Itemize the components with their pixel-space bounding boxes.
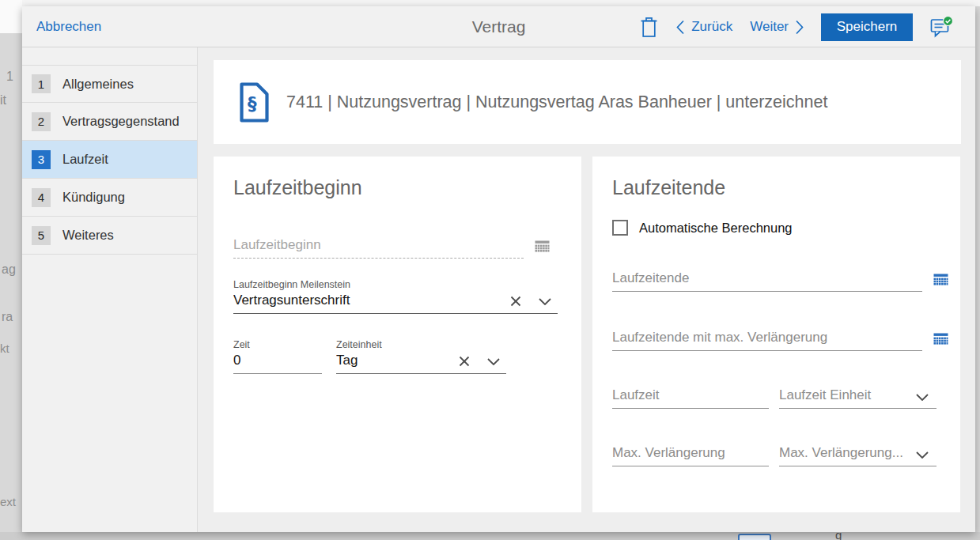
contract-header-card: § 7411 | Nutzungsvertrag | Nutzungsverta… [214, 60, 961, 144]
comments-icon[interactable] [930, 16, 953, 38]
calendar-icon[interactable] [535, 240, 550, 254]
background-page-top [0, 0, 980, 6]
background-text-fragment: ag [2, 262, 16, 277]
sidebar-item-label: Vertragsgegenstand [62, 114, 180, 129]
field-label: Zeit [233, 339, 322, 350]
sidebar-item-allgemeines[interactable]: 1 Allgemeines [22, 65, 197, 103]
svg-text:§: § [248, 93, 257, 114]
background-page-topleft [0, 0, 22, 33]
back-label: Zurück [691, 19, 732, 35]
step-number-badge: 1 [32, 74, 51, 93]
field-laufzeitende-max [612, 330, 948, 351]
save-button[interactable]: Speichern [821, 13, 913, 41]
next-label: Weiter [750, 19, 789, 35]
field-laufzeit-einheit [779, 387, 936, 409]
sidebar-item-label: Kündigung [62, 190, 125, 205]
sidebar-item-label: Laufzeit [62, 152, 108, 167]
auto-calc-row: Automatische Berechnung [612, 220, 936, 236]
zeit-row: Zeit Zeiteinheit [233, 339, 558, 374]
laufzeit-row [612, 387, 936, 409]
background-text-fragment: it [0, 93, 6, 108]
field-max-verlaengerung [612, 445, 769, 466]
max-verlaengerung-input[interactable] [612, 445, 769, 466]
max-verlaengerung-row [612, 445, 936, 466]
step-number-badge: 3 [32, 150, 51, 169]
chevron-left-icon [676, 20, 685, 35]
clear-icon[interactable] [510, 296, 521, 307]
clear-icon[interactable] [459, 356, 470, 367]
calendar-icon[interactable] [933, 333, 948, 346]
dialog-toolbar: Abbrechen Vertrag Zurück Weiter [22, 6, 975, 47]
sidebar-item-weiteres[interactable]: 5 Weiteres [22, 217, 197, 255]
meilenstein-input[interactable] [233, 293, 558, 313]
step-number-badge: 4 [32, 188, 51, 207]
contract-record-title: 7411 | Nutzungsvertrag | Nutzungsvertag … [286, 93, 827, 112]
field-laufzeit [612, 387, 769, 409]
toolbar-actions: Zurück Weiter Speichern [639, 6, 953, 47]
laufzeit-einheit-input[interactable] [779, 387, 936, 408]
sidebar-item-kuendigung[interactable]: 4 Kündigung [22, 179, 197, 217]
laufzeit-input[interactable] [612, 387, 769, 408]
chevron-down-icon[interactable] [916, 451, 929, 459]
step-number-badge: 5 [32, 226, 51, 245]
panel-title: Laufzeitbeginn [233, 176, 558, 199]
background-page-bottom [0, 532, 980, 540]
max-verlaengerung-einheit-input[interactable] [779, 445, 936, 466]
field-zeiteinheit: Zeiteinheit [336, 339, 506, 374]
field-laufzeitbeginn-meilenstein: Laufzeitbeginn Meilenstein [233, 279, 558, 314]
step-number-badge: 2 [32, 112, 51, 131]
next-button[interactable]: Weiter [750, 19, 804, 35]
step-sidebar: 1 Allgemeines 2 Vertragsgegenstand 3 Lau… [22, 47, 198, 532]
panel-laufzeitbeginn: Laufzeitbeginn [214, 157, 581, 512]
field-label: Zeiteinheit [336, 339, 506, 350]
auto-calc-label: Automatische Berechnung [639, 221, 793, 236]
sidebar-item-label: Allgemeines [62, 77, 134, 92]
sidebar-item-vertragsgegenstand[interactable]: 2 Vertragsgegenstand [22, 103, 197, 141]
chevron-down-icon[interactable] [916, 394, 929, 401]
background-text-fragment: kt [0, 342, 9, 355]
dialog-body: 1 Allgemeines 2 Vertragsgegenstand 3 Lau… [22, 47, 975, 532]
field-zeit: Zeit [233, 339, 322, 374]
chevron-down-icon[interactable] [487, 358, 500, 365]
main-content: § 7411 | Nutzungsvertrag | Nutzungsverta… [198, 47, 975, 532]
auto-calc-checkbox[interactable] [612, 220, 628, 236]
background-text-fragment: ra [2, 310, 13, 324]
chevron-down-icon[interactable] [539, 298, 551, 305]
zeit-input[interactable] [233, 353, 322, 373]
laufzeitbeginn-date-input[interactable] [233, 237, 524, 258]
field-laufzeitbeginn-date [233, 237, 550, 259]
background-text-fragment: ext [0, 495, 16, 508]
background-text-fragment: 1 [6, 70, 13, 84]
field-label: Laufzeitbeginn Meilenstein [233, 279, 558, 290]
contract-dialog: Abbrechen Vertrag Zurück Weiter [22, 6, 975, 532]
field-laufzeitende [612, 270, 948, 292]
contract-paragraph-icon: § [237, 82, 269, 123]
laufzeitende-max-input[interactable] [612, 330, 922, 350]
calendar-icon[interactable] [933, 274, 948, 287]
chevron-right-icon [795, 20, 804, 35]
panel-laufzeitende: Laufzeitende Automatische Berechnung [592, 157, 960, 512]
laufzeitende-input[interactable] [612, 270, 922, 291]
panels-row: Laufzeitbeginn [214, 157, 961, 512]
field-max-verlaengerung-einheit [779, 445, 936, 466]
sidebar-item-laufzeit[interactable]: 3 Laufzeit [22, 141, 197, 179]
cancel-button[interactable]: Abbrechen [36, 19, 101, 35]
background-button-fragment [738, 534, 771, 540]
back-button[interactable]: Zurück [676, 19, 732, 35]
panel-title: Laufzeitende [612, 176, 936, 199]
sidebar-item-label: Weiteres [62, 228, 114, 243]
delete-icon[interactable] [639, 17, 659, 38]
